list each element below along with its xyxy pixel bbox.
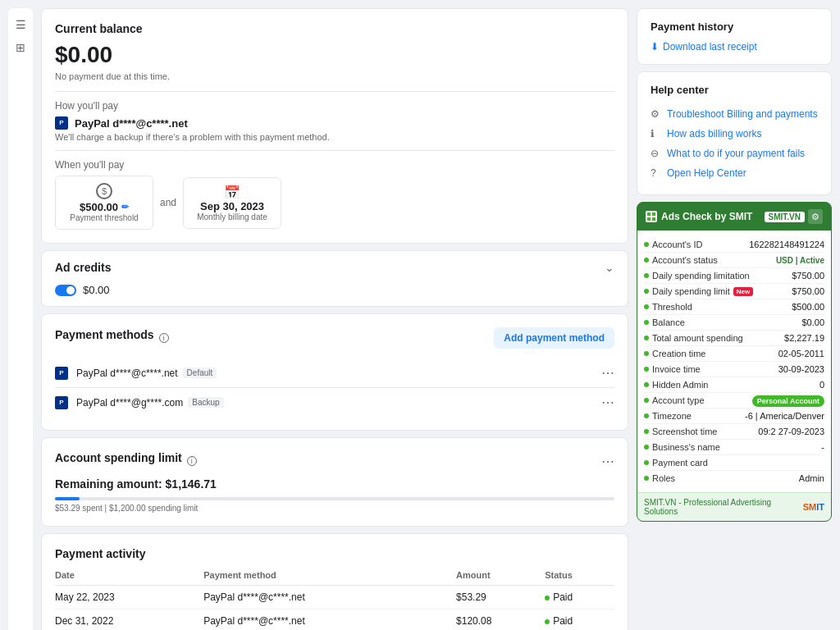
ads-check-header: Ads Check by SMIT SMIT.VN ⚙ [637, 203, 831, 231]
smit-badge: SMIT.VN [765, 212, 805, 222]
ad-credits-toggle[interactable] [55, 285, 76, 296]
help-item-2[interactable]: ℹ How ads billing works [651, 124, 818, 144]
payment-activity-title: Payment activity [55, 547, 614, 560]
ads-row-account-id: Account's ID 162282148491224 [644, 237, 824, 253]
download-label: Download last receipt [663, 41, 757, 52]
ads-row-creation-time: Creation time 02-05-2011 [644, 346, 824, 362]
green-dot-icon [644, 351, 649, 356]
green-dot-icon [644, 476, 649, 481]
pa-table-header: Date Payment method Amount Status [55, 567, 614, 586]
how-you-pay-section: How you'll pay P PayPal d****@c****.net … [55, 91, 614, 142]
pa-amount-2: $120.08 [456, 609, 545, 631]
threshold-label: Payment threshold [70, 213, 138, 222]
ads-row-threshold: Threshold $500.00 [644, 299, 824, 315]
when-you-pay-label: When you'll pay [55, 159, 614, 171]
asl-menu[interactable]: ⋯ [601, 454, 614, 469]
info-icon[interactable]: i [159, 333, 169, 343]
daily-limit-new-value: $750.00 [792, 286, 824, 296]
asl-info-icon[interactable]: i [187, 456, 197, 466]
current-balance-title: Current balance [55, 22, 614, 35]
green-dot-icon [644, 429, 649, 434]
svg-rect-3 [652, 217, 655, 221]
gear-button[interactable]: ⚙ [808, 209, 823, 224]
main-content: Current balance $0.00 No payment due at … [41, 8, 628, 630]
help-item-1[interactable]: ⚙ Troubleshoot Billing and payments [651, 104, 818, 124]
smit-logo: SMIT [803, 502, 824, 512]
ads-footer-text: SMIT.VN - Professional Advertising Solut… [644, 498, 803, 516]
help-link-4: Open Help Center [667, 167, 746, 179]
help-item-3[interactable]: ⊖ What to do if your payment fails [651, 144, 818, 163]
add-payment-method-button[interactable]: Add payment method [494, 327, 614, 349]
pm-left-2: P PayPal d****@g****.com Backup [55, 396, 224, 409]
ads-check-body: Account's ID 162282148491224 Account's s… [637, 231, 831, 492]
pm-title-row: Payment methods i [55, 328, 169, 348]
creation-time-label: Creation time [644, 349, 778, 358]
green-dot-icon [644, 398, 649, 403]
green-dot-icon [644, 367, 649, 372]
table-row: May 22, 2023 PayPal d****@c****.net $53.… [55, 586, 614, 609]
and-text: and [160, 197, 176, 208]
account-status-value: USD | Active [776, 256, 824, 265]
pay-threshold-row: $ $500.00 ✏ Payment threshold and 📅 Sep … [55, 176, 614, 230]
edit-threshold-icon[interactable]: ✏ [121, 202, 129, 212]
daily-limit-new-label: Daily spending limit New [644, 286, 792, 296]
ads-row-account-type: Account type Personal Account [644, 393, 824, 409]
download-receipt-link[interactable]: ⬇ Download last receipt [651, 41, 818, 52]
account-type-label: Account type [644, 395, 752, 405]
help-center-title: Help center [651, 84, 818, 96]
creation-time-value: 02-05-2011 [778, 349, 824, 358]
threshold-box: $ $500.00 ✏ Payment threshold [55, 176, 153, 230]
green-dot-icon [644, 258, 649, 262]
ad-credits-body: $0.00 [42, 284, 628, 306]
table-row: Dec 31, 2022 PayPal d****@c****.net $120… [55, 609, 614, 631]
payment-card-label: Payment card [644, 458, 824, 468]
account-id-value: 162282148491224 [749, 240, 824, 249]
green-dot-icon [644, 273, 649, 278]
payment-method-row-1: P PayPal d****@c****.net Default ⋯ [55, 358, 614, 388]
pm-email-2: PayPal d****@g****.com [76, 397, 183, 409]
pa-status-1: Paid [545, 586, 614, 609]
green-dot-icon [644, 336, 649, 340]
calendar-icon: 📅 [224, 185, 240, 200]
pm-badge-default: Default [183, 368, 217, 378]
balance-value: $0.00 [801, 317, 824, 327]
pm-menu-2[interactable]: ⋯ [601, 395, 614, 410]
pa-method-2: PayPal d****@c****.net [203, 609, 456, 631]
how-you-pay-label: How you'll pay [55, 100, 614, 112]
roles-label: Roles [644, 473, 799, 483]
svg-rect-0 [647, 212, 651, 216]
col-status: Status [545, 567, 614, 586]
pm-email-1: PayPal d****@c****.net [76, 368, 178, 379]
asl-title-row: Account spending limit i [55, 451, 197, 471]
paypal-email: PayPal d****@c****.net [75, 117, 188, 130]
pm-menu-1[interactable]: ⋯ [601, 365, 614, 381]
ads-row-business-name: Business's name - [644, 440, 824, 455]
account-status-label: Account's status [644, 255, 776, 265]
pm-left-1: P PayPal d****@c****.net Default [55, 367, 217, 380]
svg-rect-1 [652, 212, 655, 216]
ad-credits-card: Ad credits ⌄ $0.00 [41, 250, 628, 307]
green-dot-icon [644, 320, 649, 325]
total-spending-value: $2,227.19 [784, 333, 824, 343]
billing-date-label: Monthly billing date [197, 212, 267, 221]
help-item-4[interactable]: ? Open Help Center [651, 163, 818, 183]
total-spending-label: Total amount spending [644, 333, 784, 343]
remaining-amount: Remaining amount: $1,146.71 [55, 477, 614, 491]
payment-activity-card: Payment activity Date Payment method Amo… [41, 533, 628, 630]
asl-header: Account spending limit i ⋯ [55, 451, 614, 471]
current-balance-card: Current balance $0.00 No payment due at … [41, 8, 628, 244]
ads-row-balance: Balance $0.00 [644, 315, 824, 331]
progress-label: $53.29 spent | $1,200.00 spending limit [55, 504, 614, 513]
ads-check-title: Ads Check by SMIT [646, 211, 752, 222]
payment-method-row-2: P PayPal d****@g****.com Backup ⋯ [55, 388, 614, 417]
warning-icon: ⊖ [651, 148, 662, 159]
help-link-1: Troubleshoot Billing and payments [667, 108, 818, 120]
grid-icon[interactable]: ⊞ [12, 39, 29, 56]
ad-credits-header[interactable]: Ad credits ⌄ [42, 251, 628, 284]
ads-row-hidden-admin: Hidden Admin 0 [644, 377, 824, 393]
threshold-label-row: Threshold [644, 302, 792, 312]
daily-limit-label: Daily spending limitation [644, 271, 792, 281]
hidden-admin-value: 0 [819, 380, 824, 390]
menu-icon[interactable]: ☰ [12, 16, 29, 33]
ads-row-daily-limit: Daily spending limitation $750.00 [644, 268, 824, 284]
